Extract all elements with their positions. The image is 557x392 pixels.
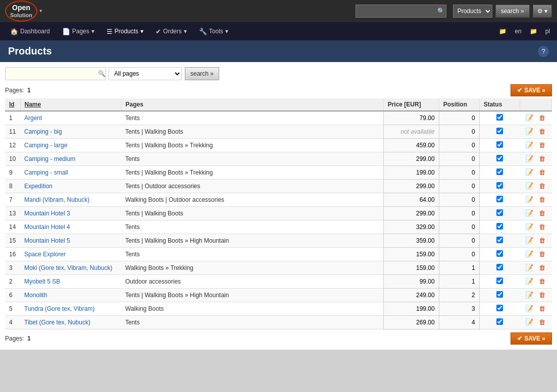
nav-dashboard[interactable]: 🏠 Dashboard: [4, 25, 56, 38]
position-input[interactable]: [443, 223, 475, 231]
lang-en[interactable]: en: [512, 28, 524, 35]
delete-button[interactable]: 🗑: [537, 264, 547, 272]
position-input[interactable]: [443, 155, 475, 162]
col-header-id[interactable]: Id: [5, 98, 20, 111]
delete-button[interactable]: 🗑: [537, 223, 547, 231]
position-input[interactable]: [443, 264, 475, 271]
status-checkbox[interactable]: [496, 182, 503, 189]
position-input[interactable]: [443, 305, 475, 312]
nav-orders[interactable]: ✔ Orders ▾: [149, 25, 193, 38]
delete-button[interactable]: 🗑: [537, 237, 547, 245]
product-link[interactable]: Mountain Hotel 4: [24, 223, 70, 231]
price-input[interactable]: [388, 319, 435, 326]
position-input[interactable]: [443, 142, 475, 149]
product-link[interactable]: Argent: [24, 115, 42, 122]
product-link[interactable]: Mountain Hotel 3: [24, 210, 70, 217]
edit-button[interactable]: 📝: [524, 264, 534, 272]
position-input[interactable]: [443, 115, 475, 122]
edit-button[interactable]: 📝: [524, 209, 534, 217]
edit-button[interactable]: 📝: [524, 169, 534, 177]
col-header-name[interactable]: Name: [20, 98, 121, 111]
lang-pl[interactable]: pl: [542, 28, 553, 35]
edit-button[interactable]: 📝: [524, 250, 534, 258]
edit-button[interactable]: 📝: [524, 291, 534, 299]
price-input[interactable]: [388, 305, 435, 312]
price-input[interactable]: [388, 223, 435, 231]
delete-button[interactable]: 🗑: [537, 305, 547, 313]
edit-button[interactable]: 📝: [524, 141, 534, 149]
logo[interactable]: Open Solution: [5, 1, 37, 22]
position-input[interactable]: [443, 169, 475, 176]
product-link[interactable]: Myobelt 5 SB: [24, 278, 60, 285]
delete-button[interactable]: 🗑: [537, 182, 547, 190]
product-link[interactable]: Camping - medium: [24, 155, 75, 162]
top-search-input[interactable]: [356, 5, 446, 18]
product-link[interactable]: Space Explorer: [24, 251, 66, 258]
status-checkbox[interactable]: [496, 155, 503, 161]
product-link[interactable]: Tundra (Gore tex, Vibram): [24, 305, 94, 312]
edit-button[interactable]: 📝: [524, 114, 534, 122]
top-search-button[interactable]: search »: [495, 5, 530, 18]
status-checkbox[interactable]: [496, 305, 503, 311]
product-link[interactable]: Mountain Hotel 5: [24, 237, 70, 244]
price-input[interactable]: [388, 142, 435, 149]
edit-button[interactable]: 📝: [524, 155, 534, 163]
delete-button[interactable]: 🗑: [537, 250, 547, 258]
save-button-bottom[interactable]: ✔ SAVE »: [511, 332, 552, 345]
nav-pages[interactable]: 📄 Pages ▾: [56, 25, 100, 38]
edit-button[interactable]: 📝: [524, 237, 534, 245]
delete-button[interactable]: 🗑: [537, 209, 547, 217]
position-input[interactable]: [443, 128, 475, 135]
delete-button[interactable]: 🗑: [537, 169, 547, 177]
edit-button[interactable]: 📝: [524, 277, 534, 286]
price-input[interactable]: [388, 251, 435, 258]
delete-button[interactable]: 🗑: [537, 318, 547, 326]
status-checkbox[interactable]: [496, 223, 503, 230]
settings-button[interactable]: ⚙ ▾: [533, 5, 552, 18]
edit-button[interactable]: 📝: [524, 128, 534, 136]
nav-products[interactable]: ☰ Products ▾: [100, 25, 149, 38]
product-link[interactable]: Tibet (Gore tex, Nubuck): [24, 319, 90, 326]
price-input[interactable]: [388, 183, 435, 190]
position-input[interactable]: [443, 292, 475, 299]
logo-dropdown-icon[interactable]: ▾: [39, 8, 42, 14]
position-input[interactable]: [443, 210, 475, 217]
status-checkbox[interactable]: [496, 169, 503, 175]
edit-button[interactable]: 📝: [524, 223, 534, 231]
price-input[interactable]: [388, 115, 435, 122]
delete-button[interactable]: 🗑: [537, 141, 547, 149]
position-input[interactable]: [443, 319, 475, 326]
product-link[interactable]: Mandi (Vibram, Nubuck): [24, 196, 89, 203]
help-button[interactable]: ?: [538, 46, 549, 57]
price-input[interactable]: [388, 169, 435, 176]
status-checkbox[interactable]: [496, 318, 503, 325]
edit-button[interactable]: 📝: [524, 318, 534, 326]
status-checkbox[interactable]: [496, 277, 503, 284]
edit-button[interactable]: 📝: [524, 196, 534, 204]
price-input[interactable]: [388, 210, 435, 217]
price-input[interactable]: [388, 292, 435, 299]
filter-search-input[interactable]: [5, 67, 106, 80]
product-link[interactable]: Camping - big: [24, 128, 62, 135]
edit-button[interactable]: 📝: [524, 305, 534, 313]
status-checkbox[interactable]: [496, 114, 503, 121]
position-input[interactable]: [443, 237, 475, 244]
status-checkbox[interactable]: [496, 264, 503, 270]
price-input[interactable]: [388, 278, 435, 285]
price-input[interactable]: [388, 196, 435, 203]
delete-button[interactable]: 🗑: [537, 291, 547, 299]
product-link[interactable]: Moki (Gore tex, Vibram, Nubuck): [24, 264, 113, 271]
position-input[interactable]: [443, 183, 475, 190]
status-checkbox[interactable]: [496, 141, 503, 148]
product-link[interactable]: Camping - large: [24, 142, 67, 149]
status-checkbox[interactable]: [496, 196, 503, 202]
position-input[interactable]: [443, 196, 475, 203]
product-link[interactable]: Expedition: [24, 183, 53, 190]
position-input[interactable]: [443, 278, 475, 285]
status-checkbox[interactable]: [496, 237, 503, 243]
delete-button[interactable]: 🗑: [537, 277, 547, 286]
status-checkbox[interactable]: [496, 250, 503, 257]
price-input[interactable]: [388, 155, 435, 162]
position-input[interactable]: [443, 251, 475, 258]
status-checkbox[interactable]: [496, 209, 503, 216]
